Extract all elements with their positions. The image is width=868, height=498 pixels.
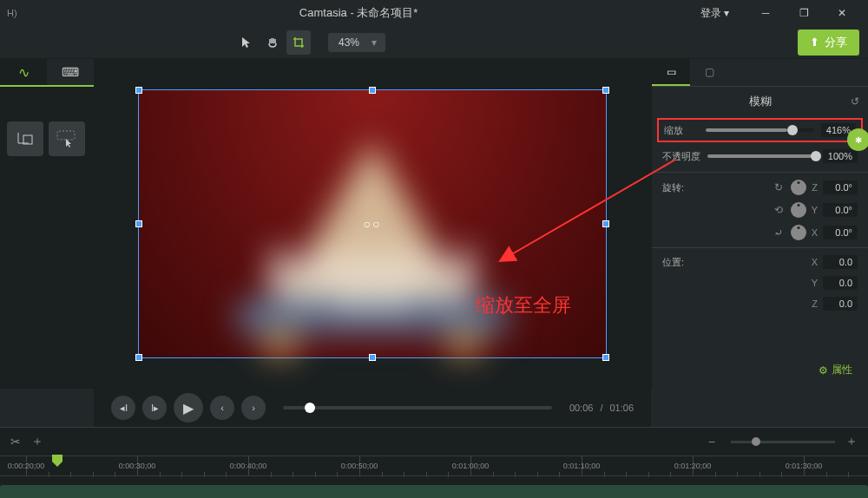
- ruler-label: 0:01:30;00: [786, 462, 823, 470]
- play-button[interactable]: ▶: [174, 393, 203, 423]
- pos-y-axis: Y: [812, 278, 818, 288]
- left-tab-wave[interactable]: ∿: [0, 59, 47, 85]
- left-panel: ∿ ⌨: [0, 59, 94, 389]
- rot-x-value[interactable]: 0.0°: [823, 226, 858, 239]
- next-button[interactable]: ›: [241, 396, 266, 420]
- wave-icon: ∿: [18, 64, 30, 81]
- prop-opacity-label: 不透明度: [662, 150, 700, 163]
- window-title: Camtasia - 未命名项目*: [17, 5, 700, 21]
- handle-br[interactable]: [602, 354, 609, 361]
- prop-zoom-row: 缩放 416% ✱: [657, 118, 863, 142]
- ruler-label: 0:01:10;00: [563, 462, 601, 470]
- tl-zoom-in[interactable]: ＋: [845, 434, 858, 449]
- share-icon: ⬆: [810, 36, 819, 49]
- keyboard-icon: ⌨: [62, 65, 79, 79]
- film-icon: ▭: [667, 66, 676, 78]
- properties-panel: ▭ ▢ 模糊 ↺ 缩放 416% ✱ 不透明度 100% 旋转: ↻ Z 0.0…: [651, 59, 868, 389]
- ruler-label: 0:00:50;00: [341, 462, 378, 470]
- left-tab-keyboard[interactable]: ⌨: [47, 59, 94, 85]
- handle-bl[interactable]: [135, 354, 142, 361]
- gear-icon: ⚙: [819, 364, 828, 377]
- playback-track[interactable]: [283, 406, 552, 410]
- annotation-text: 缩放至全屏: [476, 292, 571, 318]
- pos-z-value[interactable]: 0.0: [823, 297, 858, 311]
- prop-position-z: Z 0.0: [652, 293, 868, 314]
- crop-tool[interactable]: [286, 30, 311, 55]
- prev-frame-button[interactable]: ◂Ⅰ: [111, 396, 135, 420]
- pos-y-value[interactable]: 0.0: [823, 276, 858, 290]
- timeline-ruler[interactable]: 0:00:20;000:00:30;000:00:40;000:00:50;00…: [0, 455, 868, 476]
- prop-zoom-slider[interactable]: [706, 128, 814, 132]
- rot-z-axis: Z: [812, 182, 818, 193]
- prop-rotation-x: ⤾ X 0.0°: [652, 221, 868, 244]
- rot-x-icon: ⤾: [772, 226, 786, 239]
- prop-rotation-y: ⟲ Y 0.0°: [652, 199, 868, 221]
- timeline-clip[interactable]: [0, 485, 868, 498]
- total-time: 01:06: [609, 403, 634, 413]
- svg-rect-1: [57, 131, 75, 140]
- prev-button[interactable]: ‹: [210, 396, 234, 420]
- login-link[interactable]: 登录 ▾: [700, 6, 729, 21]
- tl-cut-button[interactable]: ✂: [10, 435, 21, 449]
- ruler-label: 0:01:20;00: [674, 462, 712, 470]
- pos-x-axis: X: [812, 257, 818, 267]
- tl-zoom-slider[interactable]: [731, 441, 835, 443]
- canvas-frame[interactable]: ○○ 缩放至全屏: [138, 89, 607, 358]
- tl-add-button[interactable]: ＋: [31, 434, 43, 449]
- time-separator: /: [600, 403, 602, 413]
- next-frame-button[interactable]: Ⅰ▸: [142, 396, 167, 420]
- pos-x-value[interactable]: 0.0: [823, 255, 858, 269]
- titlebar: H) Camtasia - 未命名项目* 登录 ▾ ─ ❐ ✕: [0, 0, 868, 26]
- prop-title: 模糊: [749, 94, 772, 109]
- canvas-area: ○○ 缩放至全屏: [94, 59, 651, 389]
- prop-opacity-value[interactable]: 100%: [823, 149, 858, 163]
- rot-x-wheel[interactable]: [791, 225, 806, 240]
- prop-opacity-slider[interactable]: [707, 154, 816, 158]
- prop-zoom-label: 缩放: [664, 124, 699, 137]
- left-box-click[interactable]: [49, 121, 85, 156]
- rot-z-value[interactable]: 0.0°: [823, 180, 858, 194]
- toolbar: 43% ⬆分享: [0, 26, 868, 59]
- prop-header: 模糊 ↺: [652, 87, 868, 116]
- rot-y-wheel[interactable]: [791, 202, 806, 218]
- handle-tr[interactable]: [602, 87, 609, 94]
- ruler-label: 0:00:40;00: [230, 462, 267, 470]
- handle-l[interactable]: [135, 220, 142, 227]
- handle-r[interactable]: [602, 220, 609, 227]
- prop-opacity-row: 不透明度 100%: [652, 144, 868, 168]
- handle-tl[interactable]: [135, 87, 142, 94]
- pointer-tool[interactable]: [234, 30, 259, 55]
- pos-z-axis: Z: [812, 298, 818, 309]
- playback-bar: ◂Ⅰ Ⅰ▸ ▶ ‹ › 00:06 / 01:06: [94, 389, 651, 427]
- prop-tab-video[interactable]: ▭: [652, 59, 690, 86]
- minimize-button[interactable]: ─: [746, 0, 785, 26]
- hand-tool[interactable]: [260, 30, 285, 55]
- left-box-cut[interactable]: [7, 121, 43, 156]
- playhead[interactable]: [52, 455, 62, 467]
- handle-b[interactable]: [369, 354, 376, 361]
- tl-zoom-handle[interactable]: [752, 437, 760, 446]
- prop-tab-chat[interactable]: ▢: [690, 59, 728, 86]
- zoom-dropdown[interactable]: 43%: [328, 33, 385, 52]
- position-label: 位置:: [662, 256, 684, 269]
- close-button[interactable]: ✕: [823, 0, 861, 26]
- canvas-stage[interactable]: ○○ 缩放至全屏: [94, 59, 651, 389]
- green-indicator: ✱: [847, 128, 868, 151]
- rot-z-icon: ↻: [772, 180, 786, 194]
- current-time: 00:06: [569, 403, 594, 413]
- prop-position-y: Y 0.0: [652, 272, 868, 293]
- track-area[interactable]: [0, 476, 868, 498]
- tl-zoom-out[interactable]: −: [708, 435, 715, 449]
- revert-icon[interactable]: ↺: [851, 95, 859, 108]
- ruler-label: 0:01:00;00: [452, 462, 490, 470]
- handle-t[interactable]: [369, 87, 376, 94]
- maximize-button[interactable]: ❐: [785, 0, 823, 26]
- share-button[interactable]: ⬆分享: [798, 29, 859, 56]
- rot-y-axis: Y: [812, 205, 818, 215]
- rot-y-value[interactable]: 0.0°: [823, 203, 858, 217]
- canvas-center-marker: ○○: [364, 217, 382, 231]
- rot-z-wheel[interactable]: [791, 180, 806, 195]
- properties-button[interactable]: ⚙ 属性: [819, 363, 852, 377]
- timeline: ✂ ＋ − ＋ 0:00:20;000:00:30;000:00:40;000:…: [0, 427, 868, 498]
- playback-handle[interactable]: [305, 403, 315, 413]
